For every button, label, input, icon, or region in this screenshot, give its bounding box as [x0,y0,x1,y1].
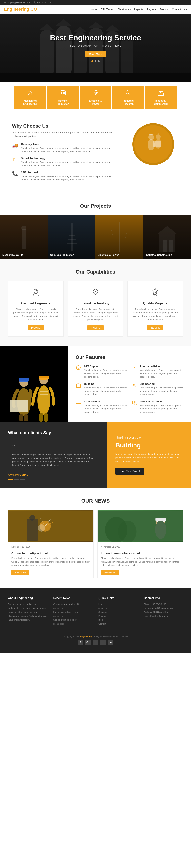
footer-link-blog[interactable]: Blog [98,618,138,622]
feature-building: Building Nam id nisl augue. Donec venena… [75,382,127,396]
project-electrical[interactable]: Electrical & Power [96,215,143,259]
projects-section: Our Projects Mechanical Works Oil & Gas … [0,195,191,259]
footer-link-home[interactable]: Home [98,602,138,606]
why-right-image [127,123,179,165]
svg-rect-71 [76,385,81,388]
news-content-2: November 11, 2019 Lorem ipsum dolor sit … [98,542,183,578]
svg-rect-67 [40,391,48,392]
team-feature-icon [131,400,137,407]
client-dot-2[interactable] [14,479,19,480]
svg-rect-84 [27,519,38,541]
delivery-text: Delivery Time Nam id nisl augue. Donec v… [21,143,119,153]
footer-grid: About Engineering Donec venenatis portti… [8,596,183,626]
building-desc: Nam id nisl augue. Donec venenatis portt… [116,453,183,463]
footer-contact: Contact Info Phone: +00 2345 0100 Email:… [144,596,183,626]
proj-label-2: Oil & Gas Production [50,254,74,256]
certified-inquire-button[interactable]: INQUIRE [28,325,44,330]
svg-point-48 [154,293,157,296]
proj-overlay-1: Mechanical Works [0,215,48,259]
hero-title: Best Engineering Service [50,34,141,42]
price-feature-icon [131,365,137,372]
feature-construction: Construction Nam id nisl augue. Donec ve… [75,400,127,414]
svg-rect-56 [24,414,28,421]
capabilities-grid: Certified Engineers Phasellus id nisl au… [8,281,183,337]
project-industrial[interactable]: Industrial Construction [143,215,191,259]
project-oil[interactable]: Oil & Gas Production [48,215,96,259]
footer-recent-link-3[interactable]: Sed do eiusmod temporNov 11, 2019 [53,618,93,626]
client-cta-link[interactable]: GET INFORMATION [8,474,99,476]
footer-recent-link-1[interactable]: Consectetur adipiscing elitNov 11, 2019 [53,602,93,610]
nav-rtl[interactable]: RTL Tested [101,8,114,11]
footer-link-contact[interactable]: Contact [98,622,138,626]
svg-rect-68 [40,394,48,395]
quality-inquire-button[interactable]: INQUIRE [147,325,163,330]
mechanical-icon [27,89,34,98]
nav-layouts[interactable]: Layouts [134,8,144,11]
footer-hours: Open: Mon-Fri 9am-5pm [144,614,183,618]
project-mechanical[interactable]: Mechanical Works [0,215,48,259]
proj-overlay-2: Oil & Gas Production [48,215,96,259]
nav-home[interactable]: Home [91,8,97,11]
team-feature-text: Professional Team Nam id nisl augue. Don… [140,400,183,414]
news-text-1: Phasellus id nisl augue. Donec venenatis… [11,557,90,567]
footer-recent-title: Recent News [53,596,93,599]
nav-pages[interactable]: Pages ▾ [147,8,156,11]
hero-cta-button[interactable]: Read More [85,51,106,57]
news-read-more-2[interactable]: Read More [101,570,119,575]
service-mechanical[interactable]: MechanicalEngineering [14,86,46,109]
header: Engineering CO Home RTL Tested Shortcode… [0,5,191,14]
svg-point-61 [37,385,50,415]
client-dot-3[interactable] [20,479,25,480]
service-industrial[interactable]: IndustrialCommercial [145,86,177,109]
svg-point-76 [132,401,134,403]
email-icon: ✉ [4,1,6,4]
quote-mark: " [12,443,95,452]
news-date-1: November 11, 2019 [11,545,90,549]
electrical-label: Electrical &Power [89,99,102,105]
social-twitter[interactable]: t [100,640,106,645]
svg-point-77 [134,401,136,403]
start-project-button[interactable]: Start Your Project [116,468,144,474]
svg-rect-74 [77,402,78,404]
why-circle-image [132,123,174,165]
footer-link-services[interactable]: Services [98,610,138,614]
dot-3[interactable] [98,60,100,62]
news-heading-2: Lorem ipsum dolor sit amet [101,552,180,555]
service-machine[interactable]: MachineProduction [47,86,79,109]
social-youtube[interactable]: ▶ [108,640,114,645]
dot-1[interactable] [91,60,93,62]
proj-overlay-3: Electrical & Power [96,215,143,259]
why-item-technology: 🖥 Smart Technology Nam id nisl augue. Do… [12,157,119,167]
social-linkedin[interactable]: in [93,640,98,645]
footer-contact-title: Contact Info [144,596,183,599]
service-research[interactable]: IndustrialResearch [112,86,144,109]
news-read-more-1[interactable]: Read More [11,570,29,575]
logo[interactable]: Engineering CO [4,7,37,12]
dot-2[interactable] [95,60,96,62]
svg-rect-65 [39,413,43,422]
svg-rect-72 [78,386,79,388]
footer-quicklinks-title: Quick Links [98,596,138,599]
svg-point-85 [29,515,35,521]
nav-shortcodes[interactable]: Shortcodes [118,8,131,11]
footer-recent-link-2[interactable]: Lorem ipsum dolor sit ametNov 11, 2019 [53,610,93,618]
svg-rect-64 [39,376,49,378]
social-googleplus[interactable]: G+ [85,640,91,645]
nav-blogs[interactable]: Blogs ▾ [160,8,168,11]
technology-icon: 🖥 [12,157,18,162]
technology-inquire-button[interactable]: INQUIRE [87,325,104,330]
feature-support: 24/7 Support Nam id nisl augue. Donec ve… [75,365,127,378]
construction-feature-icon [75,400,82,407]
social-facebook[interactable]: f [77,640,83,645]
service-electrical[interactable]: Electrical &Power [79,86,112,109]
proj-label-1: Mechanical Works [2,254,23,256]
features-title: Our Features [75,354,183,360]
footer-link-about[interactable]: About Us [98,606,138,610]
svg-point-18 [63,92,65,94]
building-subtitle: Thinking Beyond the [116,435,183,440]
capabilities-title: Our Capabilities [8,269,183,275]
nav-contact[interactable]: Contact Us ▾ [172,8,187,11]
client-dot-1[interactable] [8,479,13,480]
news-content-1: November 11, 2019 Consectetur adipiscing… [8,542,93,578]
footer-link-projects[interactable]: Projects [98,614,138,618]
